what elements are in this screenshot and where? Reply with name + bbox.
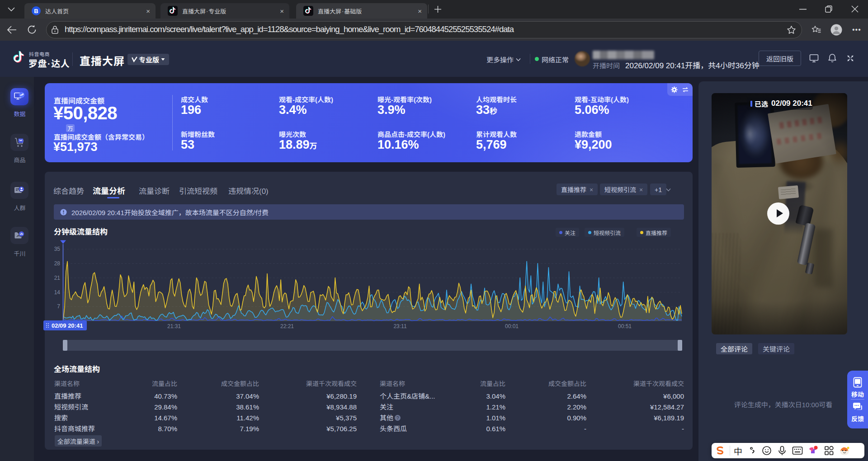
svg-text:B: B bbox=[34, 8, 38, 14]
svg-text:23:11: 23:11 bbox=[393, 323, 406, 329]
svg-text:00:01: 00:01 bbox=[505, 323, 519, 329]
svg-text:35: 35 bbox=[54, 246, 61, 252]
svg-text:21: 21 bbox=[54, 275, 61, 281]
svg-text:7: 7 bbox=[57, 303, 60, 310]
svg-text:14: 14 bbox=[54, 289, 61, 296]
svg-text:02/09 20:41: 02/09 20:41 bbox=[52, 322, 83, 329]
svg-text:21:31: 21:31 bbox=[167, 323, 181, 329]
svg-text:28: 28 bbox=[54, 260, 61, 267]
svg-text:22:21: 22:21 bbox=[280, 323, 294, 329]
svg-text:00:51: 00:51 bbox=[618, 323, 632, 329]
